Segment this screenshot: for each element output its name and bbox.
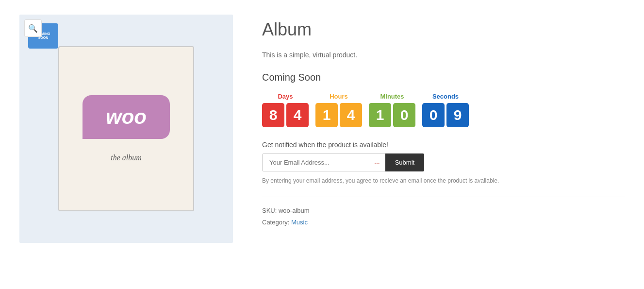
timer-unit-hours: Hours 1 4 bbox=[315, 93, 362, 127]
seconds-label: Seconds bbox=[432, 93, 459, 100]
product-description: This is a simple, virtual product. bbox=[262, 50, 625, 60]
countdown-container: Days 8 4 Hours 1 4 Minutes bbox=[262, 93, 625, 127]
email-input[interactable] bbox=[263, 154, 369, 171]
minutes-digit-1: 1 bbox=[369, 103, 391, 127]
email-dots-icon: ··· bbox=[369, 155, 385, 170]
hours-digit-1: 1 bbox=[315, 103, 338, 127]
product-title: Album bbox=[262, 19, 625, 40]
hours-digit-2: 4 bbox=[340, 103, 362, 127]
sku-row: SKU: woo-album bbox=[262, 205, 625, 216]
sku-label: SKU: bbox=[262, 207, 277, 214]
countdown-timer: Days 8 4 Hours 1 4 Minutes bbox=[262, 93, 469, 127]
minutes-digit-2: 0 bbox=[393, 103, 415, 127]
magnify-icon: 🔍 bbox=[28, 24, 38, 33]
product-info-section: Album This is a simple, virtual product.… bbox=[252, 15, 625, 228]
coming-soon-heading: Coming Soon bbox=[262, 72, 625, 83]
hours-digits: 1 4 bbox=[315, 103, 362, 127]
days-digit-1: 8 bbox=[262, 103, 284, 127]
woo-bubble: woo bbox=[83, 95, 170, 139]
hours-label: Hours bbox=[330, 93, 348, 100]
days-digits: 8 4 bbox=[262, 103, 309, 127]
divider bbox=[262, 197, 625, 197]
page-container: COMING SOON 🔍 woo the album Album This i… bbox=[0, 0, 644, 289]
meta-info: SKU: woo-album Category: Music bbox=[262, 205, 625, 228]
days-digit-2: 4 bbox=[286, 103, 309, 127]
timer-unit-seconds: Seconds 0 9 bbox=[422, 93, 469, 127]
product-image-wrapper: COMING SOON 🔍 woo the album bbox=[19, 15, 233, 243]
magnify-button[interactable]: 🔍 bbox=[24, 19, 42, 37]
seconds-digits: 0 9 bbox=[422, 103, 469, 127]
album-subtitle: the album bbox=[111, 153, 142, 162]
sku-value: woo-album bbox=[279, 207, 310, 214]
timer-unit-minutes: Minutes 1 0 bbox=[369, 93, 415, 127]
notify-label: Get notified when the product is availab… bbox=[262, 141, 625, 149]
album-paper: woo the album bbox=[58, 46, 194, 211]
minutes-label: Minutes bbox=[380, 93, 404, 100]
seconds-digit-1: 0 bbox=[422, 103, 445, 127]
product-image-section: COMING SOON 🔍 woo the album bbox=[19, 15, 233, 243]
agree-text: By entering your email address, you agre… bbox=[262, 176, 563, 185]
category-label: Category: bbox=[262, 219, 289, 226]
album-drawing: woo the album bbox=[58, 46, 194, 211]
category-row: Category: Music bbox=[262, 217, 625, 228]
submit-button[interactable]: Submit bbox=[385, 153, 424, 171]
woo-text: woo bbox=[106, 105, 147, 129]
minutes-digits: 1 0 bbox=[369, 103, 415, 127]
seconds-digit-2: 9 bbox=[446, 103, 469, 127]
email-input-wrapper: ··· bbox=[262, 153, 385, 171]
category-link[interactable]: Music bbox=[291, 219, 308, 226]
days-label: Days bbox=[278, 93, 293, 100]
email-form: ··· Submit bbox=[262, 153, 625, 171]
timer-unit-days: Days 8 4 bbox=[262, 93, 309, 127]
